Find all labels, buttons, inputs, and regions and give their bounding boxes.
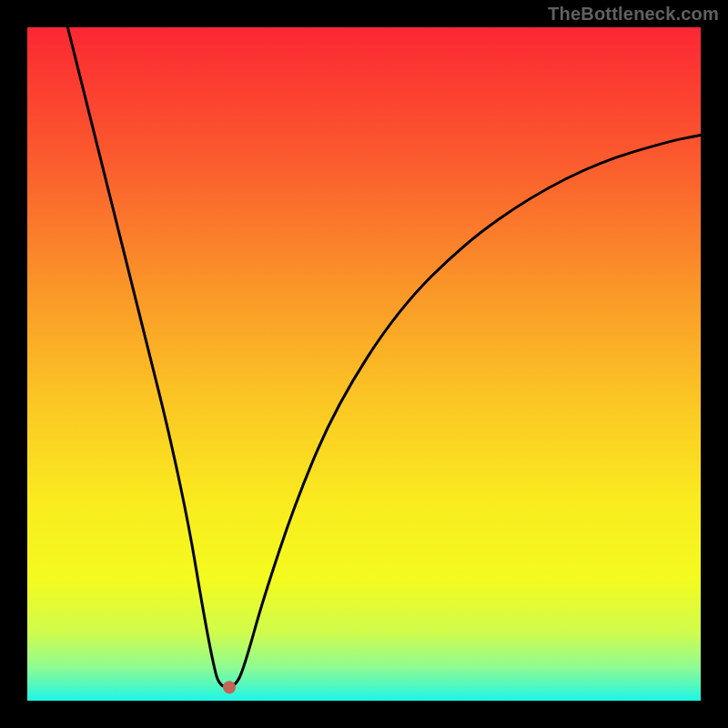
watermark-text: TheBottleneck.com [548,4,719,25]
chart-frame: TheBottleneck.com [0,0,728,728]
plot-area [27,27,701,701]
marker-dot [223,681,236,693]
chart-svg [27,27,701,701]
